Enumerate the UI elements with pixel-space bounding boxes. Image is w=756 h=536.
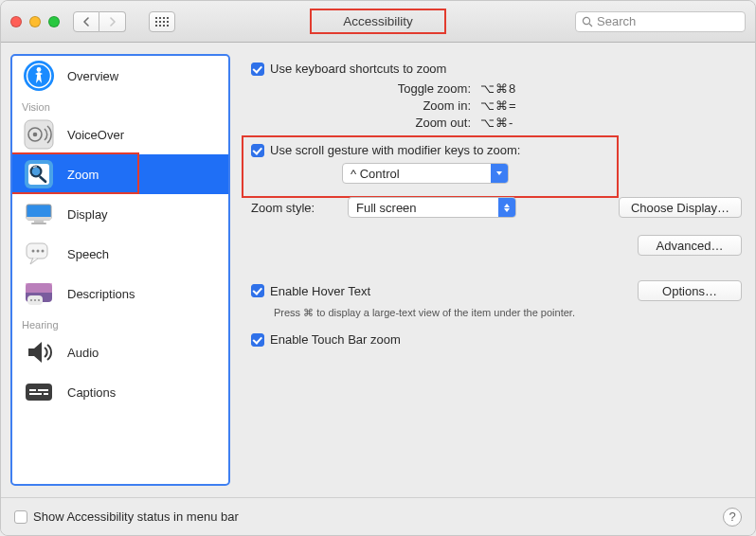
svg-rect-28 bbox=[29, 389, 36, 391]
footer: Show Accessibility status in menu bar ? bbox=[1, 497, 755, 535]
advanced-button[interactable]: Advanced… bbox=[638, 235, 742, 256]
svg-point-26 bbox=[38, 299, 40, 301]
help-icon: ? bbox=[729, 509, 735, 524]
search-icon bbox=[582, 16, 593, 27]
shortcuts-list: Toggle zoom:⌥⌘8 Zoom in:⌥⌘= Zoom out:⌥⌘- bbox=[251, 81, 742, 130]
zoom-out-keys: ⌥⌘- bbox=[480, 116, 513, 130]
choose-display-label: Choose Display… bbox=[631, 201, 729, 215]
sidebar-item-label: Overview bbox=[67, 69, 118, 83]
chevron-updown-icon bbox=[498, 198, 515, 217]
modifier-select[interactable]: ^ Control bbox=[342, 163, 509, 184]
use-shortcuts-label: Use keyboard shortcuts to zoom bbox=[270, 62, 446, 76]
chevron-down-icon bbox=[491, 164, 508, 183]
use-scroll-label: Use scroll gesture with modifier keys to… bbox=[270, 143, 520, 157]
display-icon bbox=[22, 197, 56, 231]
toggle-zoom-label: Toggle zoom: bbox=[251, 81, 471, 96]
window-controls bbox=[10, 16, 60, 27]
touch-bar-checkbox[interactable] bbox=[251, 333, 264, 347]
zoom-style-label: Zoom style: bbox=[251, 201, 323, 215]
help-button[interactable]: ? bbox=[723, 508, 742, 527]
zoom-style-value: Full screen bbox=[349, 201, 498, 215]
svg-rect-15 bbox=[34, 221, 44, 223]
content: Overview Vision VoiceOver Zoom bbox=[1, 43, 755, 486]
svg-rect-16 bbox=[31, 223, 46, 224]
sidebar-item-label: Audio bbox=[67, 346, 99, 360]
svg-point-25 bbox=[34, 299, 36, 301]
use-shortcuts-checkbox[interactable] bbox=[251, 63, 264, 76]
grid-icon bbox=[155, 17, 169, 27]
sidebar-item-label: Speech bbox=[67, 247, 109, 261]
sidebar-item-zoom[interactable]: Zoom bbox=[12, 154, 228, 194]
sidebar-group-vision: Vision bbox=[12, 96, 228, 115]
forward-button[interactable] bbox=[99, 11, 126, 32]
sidebar-item-label: Zoom bbox=[67, 168, 99, 182]
menubar-status-label: Show Accessibility status in menu bar bbox=[33, 509, 239, 524]
touch-bar-label: Enable Touch Bar zoom bbox=[270, 332, 401, 347]
titlebar: Accessibility Search bbox=[1, 1, 755, 43]
main-panel: Use keyboard shortcuts to zoom Toggle zo… bbox=[230, 54, 746, 486]
sidebar-item-descriptions[interactable]: Descriptions bbox=[12, 274, 228, 313]
modifier-value: ^ Control bbox=[343, 167, 491, 181]
menubar-status-checkbox[interactable] bbox=[14, 510, 27, 524]
zoom-out-label: Zoom out: bbox=[251, 116, 471, 130]
sidebar-item-label: Descriptions bbox=[67, 287, 135, 301]
speech-icon bbox=[22, 237, 56, 271]
accessibility-window: Accessibility Search Overview Vision Voi… bbox=[0, 0, 756, 536]
voiceover-icon bbox=[22, 117, 56, 152]
use-scroll-row: Use scroll gesture with modifier keys to… bbox=[251, 143, 742, 157]
sidebar-item-speech[interactable]: Speech bbox=[12, 234, 228, 274]
hover-text-label: Enable Hover Text bbox=[270, 284, 370, 298]
options-label: Options… bbox=[662, 284, 717, 298]
zoom-in-label: Zoom in: bbox=[251, 98, 471, 113]
zoom-style-row: Zoom style: Full screen Choose Display… bbox=[251, 197, 742, 218]
svg-point-19 bbox=[37, 250, 40, 253]
audio-icon bbox=[22, 335, 56, 369]
touch-bar-row: Enable Touch Bar zoom bbox=[251, 332, 742, 347]
sidebar-item-captions[interactable]: Captions bbox=[12, 372, 228, 412]
svg-rect-14 bbox=[27, 217, 51, 220]
sidebar-item-audio[interactable]: Audio bbox=[12, 332, 228, 372]
hover-text-checkbox[interactable] bbox=[251, 284, 264, 297]
sidebar: Overview Vision VoiceOver Zoom bbox=[10, 54, 230, 486]
svg-point-20 bbox=[42, 250, 45, 253]
minimize-icon[interactable] bbox=[29, 16, 41, 27]
sidebar-item-display[interactable]: Display bbox=[12, 194, 228, 234]
svg-rect-29 bbox=[38, 389, 48, 391]
sidebar-group-hearing: Hearing bbox=[12, 313, 228, 332]
svg-point-7 bbox=[33, 133, 38, 137]
sidebar-item-overview[interactable]: Overview bbox=[12, 56, 228, 96]
hover-hint: Press ⌘ to display a large-text view of … bbox=[274, 307, 742, 319]
use-shortcuts-row: Use keyboard shortcuts to zoom bbox=[251, 62, 742, 76]
svg-point-4 bbox=[37, 67, 42, 72]
hover-text-row: Enable Hover Text Options… bbox=[251, 280, 742, 301]
use-scroll-checkbox[interactable] bbox=[251, 144, 264, 157]
advanced-label: Advanced… bbox=[657, 239, 724, 253]
sidebar-item-voiceover[interactable]: VoiceOver bbox=[12, 115, 228, 154]
options-button[interactable]: Options… bbox=[638, 280, 742, 301]
sidebar-item-label: Captions bbox=[67, 385, 116, 400]
sidebar-item-label: VoiceOver bbox=[67, 128, 124, 142]
svg-point-24 bbox=[30, 299, 32, 301]
search-input[interactable]: Search bbox=[575, 11, 746, 32]
choose-display-button[interactable]: Choose Display… bbox=[619, 197, 742, 218]
svg-rect-30 bbox=[29, 393, 42, 395]
toggle-zoom-keys: ⌥⌘8 bbox=[480, 81, 516, 96]
svg-point-0 bbox=[583, 17, 589, 24]
back-button[interactable] bbox=[73, 11, 99, 32]
close-icon[interactable] bbox=[10, 16, 22, 27]
nav-buttons bbox=[73, 11, 126, 32]
svg-point-18 bbox=[32, 250, 35, 253]
maximize-icon[interactable] bbox=[48, 16, 60, 27]
zoom-icon bbox=[22, 157, 56, 191]
zoom-in-keys: ⌥⌘= bbox=[480, 98, 517, 113]
svg-line-1 bbox=[589, 24, 592, 27]
zoom-style-select[interactable]: Full screen bbox=[348, 197, 516, 218]
sidebar-item-label: Display bbox=[67, 207, 108, 222]
descriptions-icon bbox=[22, 277, 56, 311]
captions-icon bbox=[22, 375, 56, 409]
svg-point-11 bbox=[32, 168, 41, 176]
overview-icon bbox=[22, 59, 56, 93]
advanced-row: Advanced… bbox=[251, 235, 742, 256]
show-all-button[interactable] bbox=[149, 11, 175, 32]
svg-rect-31 bbox=[44, 393, 48, 395]
